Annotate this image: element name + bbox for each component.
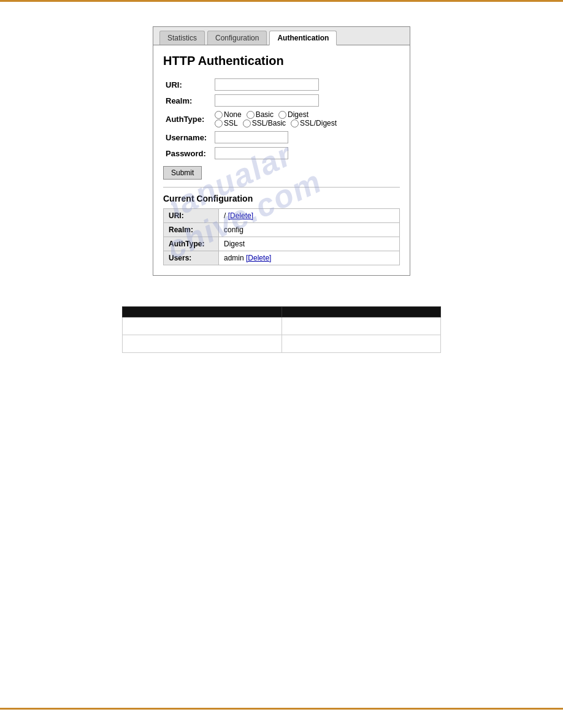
uri-label: URI: — [163, 77, 212, 93]
bottom-table-cell-2-2 — [282, 335, 441, 353]
form-divider — [163, 187, 400, 188]
bottom-table-cell-1-1 — [123, 317, 282, 335]
config-authtype-value: Digest — [219, 237, 400, 251]
tab-configuration[interactable]: Configuration — [207, 31, 267, 45]
config-realm-label: Realm: — [164, 223, 219, 237]
bottom-table-cell-1-2 — [282, 317, 441, 335]
bottom-table — [122, 306, 441, 353]
password-label: Password: — [163, 145, 212, 161]
uri-input[interactable] — [215, 78, 319, 91]
radio-ssl[interactable]: SSL — [215, 119, 238, 127]
radio-none[interactable]: None — [215, 110, 242, 119]
tab-authentication[interactable]: Authentication — [269, 31, 337, 45]
submit-button[interactable]: Submit — [163, 166, 202, 180]
bottom-table-header-2 — [282, 307, 441, 317]
realm-label: Realm: — [163, 93, 212, 108]
bottom-table-row-2 — [123, 335, 441, 353]
tab-bar: Statistics Configuration Authentication — [153, 27, 410, 45]
authtype-row2: SSL SSL/Basic SSL/Digest — [215, 119, 397, 127]
config-row-realm: Realm: config — [164, 223, 400, 237]
delete-uri-link[interactable]: [Delete] — [228, 211, 253, 220]
radio-basic[interactable]: Basic — [247, 110, 274, 119]
delete-user-link[interactable]: [Delete] — [246, 254, 271, 262]
current-config-table: URI: / [Delete] Realm: config AuthType: … — [163, 208, 400, 265]
config-row-uri: URI: / [Delete] — [164, 209, 400, 223]
config-users-value: admin [Delete] — [219, 251, 400, 265]
username-label: Username: — [163, 129, 212, 145]
bottom-table-row-1 — [123, 317, 441, 335]
bottom-table-wrapper — [122, 306, 441, 353]
radio-ssl-basic[interactable]: SSL/Basic — [243, 119, 286, 127]
bottom-table-header-1 — [123, 307, 282, 317]
auth-form: URI: Realm: AuthType: — [163, 77, 400, 161]
panel-title: HTTP Authentication — [163, 54, 400, 68]
config-uri-label: URI: — [164, 209, 219, 223]
realm-input[interactable] — [215, 94, 319, 107]
username-input[interactable] — [215, 131, 288, 143]
radio-digest[interactable]: Digest — [278, 110, 308, 119]
authtype-label: AuthType: — [163, 108, 212, 129]
config-authtype-label: AuthType: — [164, 237, 219, 251]
config-users-label: Users: — [164, 251, 219, 265]
config-row-authtype: AuthType: Digest — [164, 237, 400, 251]
current-config-title: Current Configuration — [163, 194, 400, 203]
tab-statistics[interactable]: Statistics — [159, 31, 205, 45]
config-row-users: Users: admin [Delete] — [164, 251, 400, 265]
bottom-table-cell-2-1 — [123, 335, 282, 353]
bottom-rule — [0, 708, 563, 710]
config-uri-value: / [Delete] — [219, 209, 400, 223]
password-input[interactable] — [215, 147, 288, 159]
radio-ssl-digest[interactable]: SSL/Digest — [291, 119, 337, 127]
auth-panel: Statistics Configuration Authentication … — [153, 26, 410, 276]
config-realm-value: config — [219, 223, 400, 237]
authtype-row1: None Basic Digest — [215, 110, 397, 119]
